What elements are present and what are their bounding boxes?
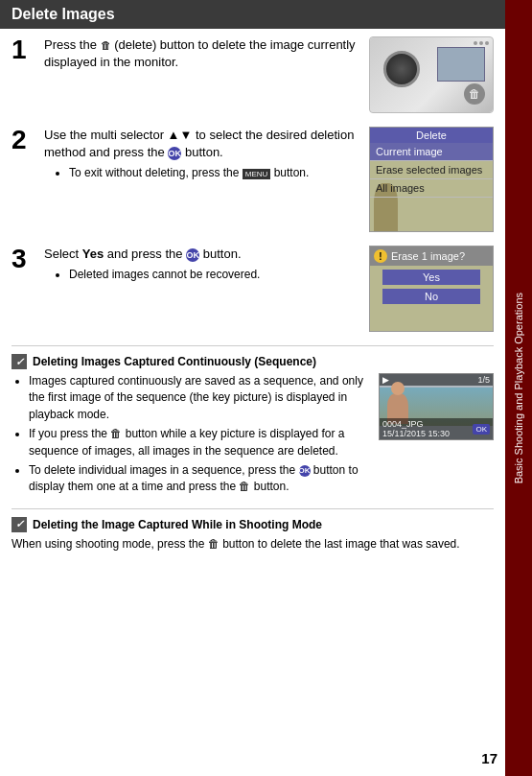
seq-person-head xyxy=(391,382,405,395)
trash-icon-note-2: 🗑 xyxy=(239,480,250,493)
camera-body: 🗑 xyxy=(370,37,493,112)
seq-label: ▶ xyxy=(382,375,389,385)
camera-dot-3 xyxy=(485,41,489,45)
note-sequence-title: Deleting Images Captured Continuously (S… xyxy=(33,355,316,368)
step-1-text: Press the 🗑 (delete) button to delete th… xyxy=(44,36,359,71)
yes-label: Yes xyxy=(82,247,104,261)
menu-symbol: MENU xyxy=(243,169,271,179)
sequence-image-area: ▶ 1/5 0004_JPG 15/11/2015 15:30 OK xyxy=(379,373,494,499)
step-3-bullet-1: Deleted images cannot be recovered. xyxy=(69,267,359,283)
to-text: to xyxy=(196,128,206,142)
camera-dot-1 xyxy=(474,41,477,45)
menu-item-current: Current image xyxy=(370,143,493,161)
seq-filename: 0004_JPG xyxy=(382,419,450,429)
menu-item-erase-selected: Erase selected images xyxy=(370,161,493,179)
erase-yes-button: Yes xyxy=(382,270,480,285)
step-1: 1 Press the 🗑 (delete) button to delete … xyxy=(12,36,494,113)
page-title: Delete Images xyxy=(12,6,115,23)
seq-counter: 1/5 xyxy=(477,375,490,385)
step-2-number: 2 xyxy=(12,127,38,153)
ok-symbol-note: OK xyxy=(299,465,311,477)
trash-icon-small: 🗑 xyxy=(469,87,480,101)
camera-lens xyxy=(383,51,420,87)
right-sidebar: Basic Shooting and Playback Operations xyxy=(505,0,532,776)
step-3: 3 Select Yes and press the OK button. De… xyxy=(12,246,494,332)
note-icon-symbol: ✓ xyxy=(15,356,24,368)
erase-overlay: ! Erase 1 image? Yes No xyxy=(370,247,493,304)
note-sequence: ✓ Deleting Images Captured Continuously … xyxy=(12,354,494,499)
note-seq-bullet-2: If you press the 🗑 button while a key pi… xyxy=(29,426,371,459)
step-3-content: Select Yes and press the OK button. Dele… xyxy=(44,246,359,283)
note-sequence-body-wrapper: Images captured continuously are saved a… xyxy=(12,373,494,499)
menu-mockup: Delete Current image Erase selected imag… xyxy=(369,127,494,232)
step-3-number: 3 xyxy=(12,246,38,272)
step-2: 2 Use the multi selector ▲▼ to select th… xyxy=(12,127,494,232)
note-seq-bullet-1: Images captured continuously are saved a… xyxy=(29,373,371,423)
ok-symbol-2: OK xyxy=(168,147,181,160)
step-2-text: Use the multi selector ▲▼ to select the … xyxy=(44,127,359,161)
note-shooting-title: Deleting the Image Captured While in Sho… xyxy=(33,518,322,531)
sidebar-label: Basic Shooting and Playback Operations xyxy=(513,293,524,483)
note-sequence-body: Images captured continuously are saved a… xyxy=(12,373,371,499)
step-2-image: Delete Current image Erase selected imag… xyxy=(369,127,494,232)
trash-icon-shooting: 🗑 xyxy=(208,537,220,551)
note-sequence-list: Images captured continuously are saved a… xyxy=(12,373,371,496)
step-2-bullet-1: To exit without deleting, press the MENU… xyxy=(69,165,359,181)
menu-overlay: Delete Current image Erase selected imag… xyxy=(370,128,493,198)
step-1-content: Press the 🗑 (delete) button to delete th… xyxy=(44,36,359,75)
erase-header-text: Erase 1 image? xyxy=(391,250,465,262)
camera-image: 🗑 xyxy=(369,36,494,113)
note-icon-symbol-2: ✓ xyxy=(15,518,24,530)
trash-icon-1: 🗑 xyxy=(101,39,111,51)
note-seq-bullet-3: To delete individual images in a sequenc… xyxy=(29,462,371,496)
note-shooting-header: ✓ Deleting the Image Captured While in S… xyxy=(12,517,494,532)
step-1-number: 1 xyxy=(12,36,38,63)
step-3-image: ! Erase 1 image? Yes No xyxy=(369,246,494,332)
note-shooting-body: When using shooting mode, press the 🗑 bu… xyxy=(12,536,494,553)
camera-dot-2 xyxy=(479,41,483,45)
page-number: 17 xyxy=(481,750,497,766)
divider-1 xyxy=(12,345,494,346)
page-header: Delete Images xyxy=(0,0,532,29)
step-3-bullets: Deleted images cannot be recovered. xyxy=(56,267,359,283)
camera-screen xyxy=(437,47,485,82)
divider-2 xyxy=(12,508,494,509)
menu-header: Delete xyxy=(370,128,493,143)
warning-icon: ! xyxy=(374,249,387,263)
seq-bottom-bar: 0004_JPG 15/11/2015 15:30 OK xyxy=(380,418,493,439)
sequence-mockup: ▶ 1/5 0004_JPG 15/11/2015 15:30 OK xyxy=(379,373,494,440)
ok-symbol-3: OK xyxy=(186,248,199,262)
note-icon-sequence: ✓ xyxy=(12,354,27,369)
seq-ok-btn: OK xyxy=(473,424,490,435)
erase-mockup: ! Erase 1 image? Yes No xyxy=(369,246,494,332)
erase-no-button: No xyxy=(382,289,480,304)
note-shooting: ✓ Deleting the Image Captured While in S… xyxy=(12,517,494,553)
note-sequence-header: ✓ Deleting Images Captured Continuously … xyxy=(12,354,494,369)
step-2-bullets: To exit without deleting, press the MENU… xyxy=(56,165,359,181)
main-content: 1 Press the 🗑 (delete) button to delete … xyxy=(0,29,505,570)
camera-top-controls xyxy=(474,41,489,45)
erase-header: ! Erase 1 image? xyxy=(370,247,493,266)
menu-item-all: All images xyxy=(370,179,493,198)
step-1-image: 🗑 xyxy=(369,36,494,113)
step-3-text: Select Yes and press the OK button. xyxy=(44,246,359,263)
note-icon-shooting: ✓ xyxy=(12,517,27,532)
seq-file-info: 0004_JPG 15/11/2015 15:30 xyxy=(382,419,450,438)
camera-delete-button: 🗑 xyxy=(464,83,485,105)
trash-icon-note: 🗑 xyxy=(110,427,122,440)
step-2-content: Use the multi selector ▲▼ to select the … xyxy=(44,127,359,181)
seq-datetime: 15/11/2015 15:30 xyxy=(382,429,450,438)
